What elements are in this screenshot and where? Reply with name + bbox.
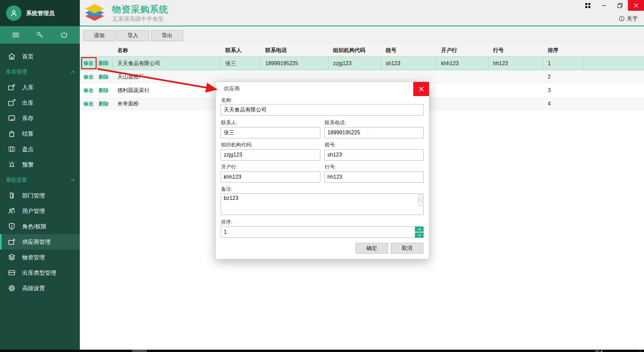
sidebar-group-label: 库存管理 <box>6 69 27 76</box>
sort-field[interactable] <box>221 226 424 238</box>
sidebar-item-label: 出库类型管理 <box>22 269 56 277</box>
bank-field[interactable] <box>221 171 320 183</box>
key-icon[interactable] <box>34 29 46 41</box>
sidebar-item-suppliers[interactable]: 供应商管理 <box>0 234 80 250</box>
info-icon <box>619 16 625 21</box>
chevron-up-icon <box>71 179 75 181</box>
sidebar-item-users[interactable]: 用户管理 <box>0 203 80 219</box>
edit-link[interactable]: 修改 <box>84 74 94 80</box>
sidebar-group-inventory[interactable]: 库存管理 <box>0 64 80 80</box>
name-label: 名称: <box>221 97 232 103</box>
cell-bank-no <box>488 84 543 97</box>
bank-label: 开户行: <box>221 164 237 170</box>
cell-filler <box>583 84 644 97</box>
user-header: 系统管理员 <box>0 0 80 26</box>
sidebar-item-outbound-type[interactable]: 出库类型管理 <box>0 265 80 280</box>
sidebar-item-roles[interactable]: 角色/权限 <box>0 219 80 234</box>
outbound-icon <box>7 98 16 107</box>
spinner-up-icon[interactable] <box>415 226 424 232</box>
sidebar-item-home[interactable]: 首页 <box>0 49 80 64</box>
users-icon <box>7 207 16 215</box>
add-button[interactable]: 添加 <box>83 30 115 41</box>
sidebar-item-label: 入库 <box>22 84 34 91</box>
sidebar-item-label: 盘点 <box>22 145 34 153</box>
show-desktop-divider <box>640 350 640 352</box>
sidebar-item-label: 角色/权限 <box>22 223 47 230</box>
taskbar-clock: 11:4 <box>595 350 602 352</box>
avatar <box>6 5 21 21</box>
edit-link[interactable]: 修改 <box>84 101 94 107</box>
sidebar-item-advanced[interactable]: 高级设置 <box>0 280 80 296</box>
home-icon <box>7 52 16 61</box>
ok-button[interactable]: 确定 <box>356 243 388 254</box>
edit-link[interactable]: 修改 <box>84 60 94 67</box>
sidebar-item-outbound[interactable]: 出库 <box>0 95 80 111</box>
sidebar-item-label: 物资管理 <box>22 254 45 261</box>
app-header: 物资采购系统 五家渠高级中学食堂 关于 <box>80 0 644 27</box>
phone-field[interactable] <box>324 127 424 138</box>
cell-name: 天天食品有限公司 <box>113 57 221 70</box>
delete-link[interactable]: 删除 <box>99 60 109 67</box>
export-button[interactable]: 导出 <box>151 30 183 41</box>
delete-link[interactable]: 删除 <box>99 74 109 80</box>
remark-scrollbar[interactable] <box>417 194 423 215</box>
layers-icon <box>7 253 16 262</box>
cell-sort: 3 <box>543 84 583 97</box>
contact-field[interactable] <box>221 127 320 138</box>
hamburger-icon[interactable] <box>10 29 21 41</box>
org-code-field[interactable] <box>221 149 320 161</box>
contact-label: 联系人: <box>221 120 237 126</box>
sidebar: 系统管理员 首页 库存管理 <box>0 0 80 350</box>
power-icon[interactable] <box>58 29 70 41</box>
sidebar-item-alert[interactable]: 预警 <box>0 157 80 172</box>
sidebar-group-settings[interactable]: 系统设置 <box>0 172 80 188</box>
remark-label: 备注: <box>221 186 232 192</box>
sidebar-item-inbound[interactable]: 入库 <box>0 80 80 95</box>
shield-icon <box>7 222 16 231</box>
about-label: 关于 <box>627 15 638 23</box>
cell-org-code: zzjg123 <box>328 57 381 70</box>
sidebar-item-stocktake[interactable]: 盘点 <box>0 141 80 157</box>
sidebar-item-settle[interactable]: 结算 <box>0 126 80 141</box>
column-header: 行号 <box>488 44 543 56</box>
sidebar-item-label: 首页 <box>22 53 34 60</box>
close-icon <box>419 87 424 91</box>
gear-icon <box>7 284 16 293</box>
grid-icon[interactable] <box>580 0 596 11</box>
minimize-icon[interactable] <box>596 0 612 11</box>
department-icon <box>7 191 16 200</box>
close-icon[interactable] <box>628 0 644 11</box>
scroll-thumb[interactable] <box>417 197 423 203</box>
actions-column-header <box>80 44 113 56</box>
dialog-close-button[interactable] <box>413 82 429 96</box>
taskbar-item[interactable] <box>132 350 147 352</box>
person-icon <box>9 8 19 18</box>
restore-icon[interactable] <box>612 0 628 11</box>
sidebar-item-label: 预警 <box>22 161 34 169</box>
cell-sort: 2 <box>543 70 583 84</box>
sidebar-item-department[interactable]: 部门管理 <box>0 188 80 203</box>
name-field[interactable] <box>221 104 424 116</box>
delete-link[interactable]: 删除 <box>99 101 109 107</box>
tax-no-field[interactable] <box>324 149 424 161</box>
sidebar-item-stock[interactable]: 库存 <box>0 111 80 126</box>
taskbar[interactable]: 11:4 <box>0 350 644 352</box>
spinner-down-icon[interactable] <box>415 232 424 238</box>
scroll-up-icon[interactable] <box>418 194 422 196</box>
table-row[interactable]: 修改 删除 天天食品有限公司 张三 18999195225 zzjg123 sh… <box>80 56 644 70</box>
delete-link[interactable]: 删除 <box>99 87 109 94</box>
sort-label: 排序: <box>221 219 232 225</box>
org-code-label: 组织机构代码: <box>221 142 253 148</box>
cancel-button[interactable]: 取消 <box>391 243 423 254</box>
scroll-down-icon[interactable] <box>418 204 422 207</box>
cell-sort: 4 <box>543 97 583 111</box>
import-button[interactable]: 导入 <box>117 30 149 41</box>
remark-field[interactable]: bz123 <box>221 193 424 215</box>
bank-no-field[interactable] <box>324 171 424 183</box>
about-button[interactable]: 关于 <box>619 15 638 23</box>
column-header <box>583 44 644 56</box>
sidebar-item-label: 部门管理 <box>22 192 45 200</box>
cell-phone: 18999195225 <box>261 57 328 70</box>
sidebar-item-materials[interactable]: 物资管理 <box>0 250 80 265</box>
edit-link[interactable]: 修改 <box>84 87 94 94</box>
